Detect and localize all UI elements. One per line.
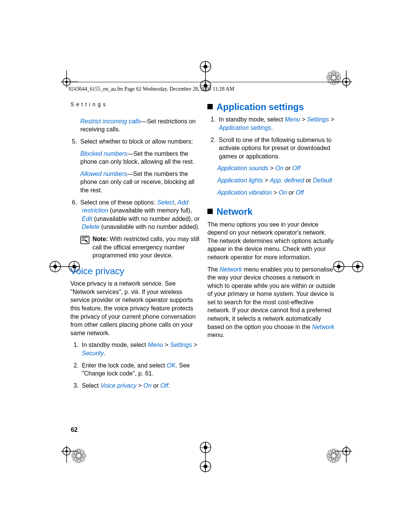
page-number: 62	[71, 427, 78, 433]
svg-point-54	[75, 452, 83, 460]
svg-point-67	[327, 449, 340, 462]
network-p1: The menu options you see in your device …	[207, 220, 337, 262]
svg-point-62	[330, 452, 338, 460]
vp-step-1: In standby mode, select Menu > Settings …	[80, 341, 200, 357]
note-icon	[80, 236, 90, 246]
application-settings-heading: Application settings	[207, 101, 337, 113]
list-item-6: Select one of these options: Select, Add…	[80, 198, 200, 231]
app-step-1: In standby mode, select Menu > Settings …	[217, 115, 337, 132]
spiro-tr	[325, 69, 342, 86]
app-lights-option: Application lights > App. defined or Def…	[217, 176, 337, 185]
continued-list: Select whether to block or allow numbers…	[80, 137, 200, 146]
target-pair-bottom	[194, 442, 217, 472]
left-column: Settings Restrict incoming calls—Set res…	[70, 101, 200, 393]
content: Settings Restrict incoming calls—Set res…	[70, 101, 337, 393]
document-page: 9243644_6155_en_au.fm Page 62 Wednesday,…	[0, 0, 411, 532]
svg-point-72	[327, 75, 341, 80]
svg-point-57	[72, 449, 85, 462]
continued-list-2: Select one of these options: Select, Add…	[80, 198, 200, 231]
app-step-2: Scroll to one of the following submenus …	[217, 136, 337, 161]
note-text: Note: With restricted calls, you may sti…	[92, 235, 200, 260]
vp-step-2: Enter the lock code, and select OK. See …	[80, 361, 200, 378]
square-bullet-icon	[207, 209, 213, 214]
svg-point-15	[345, 450, 347, 452]
list-item-5: Select whether to block or allow numbers…	[80, 137, 200, 146]
app-sounds-option: Application sounds > On or Off	[217, 164, 337, 173]
network-heading: Network	[207, 206, 337, 218]
header-rule	[65, 82, 346, 82]
app-settings-steps: In standby mode, select Menu > Settings …	[217, 115, 337, 160]
target-pair-right	[333, 255, 363, 278]
restrict-option: Restrict incoming calls—Set restrictions…	[80, 117, 200, 134]
voice-privacy-steps: In standby mode, select Menu > Settings …	[80, 341, 200, 390]
app-vibration-option: Application vibration > On or Off	[217, 189, 337, 197]
blocked-option: Blocked numbers—Set the numbers the phon…	[80, 150, 200, 166]
svg-point-58	[76, 449, 81, 463]
svg-point-64	[327, 454, 341, 458]
note-block: Note: With restricted calls, you may sti…	[80, 235, 200, 260]
allowed-option: Allowed numbers—Set the numbers the phon…	[80, 170, 200, 195]
header-text: 9243644_6155_en_au.fm Page 62 Wednesday,…	[68, 86, 234, 92]
svg-point-70	[330, 74, 338, 81]
svg-point-56	[72, 454, 86, 458]
svg-point-65	[327, 449, 340, 462]
spiro-br	[325, 447, 342, 464]
svg-point-74	[331, 71, 336, 85]
spiro-bl	[70, 447, 87, 464]
network-p2: The Network menu enables you to personal…	[207, 265, 337, 339]
svg-point-11	[65, 450, 68, 452]
voice-privacy-body: Voice privacy is a network service. See …	[70, 280, 200, 337]
voice-privacy-heading: Voice privacy	[70, 265, 200, 277]
right-column: Application settings In standby mode, se…	[207, 101, 337, 393]
section-label: Settings	[70, 101, 200, 108]
vp-step-3: Select Voice privacy > On or Off.	[80, 382, 200, 390]
svg-point-66	[331, 449, 336, 463]
square-bullet-icon	[207, 104, 213, 109]
svg-point-59	[72, 449, 85, 462]
